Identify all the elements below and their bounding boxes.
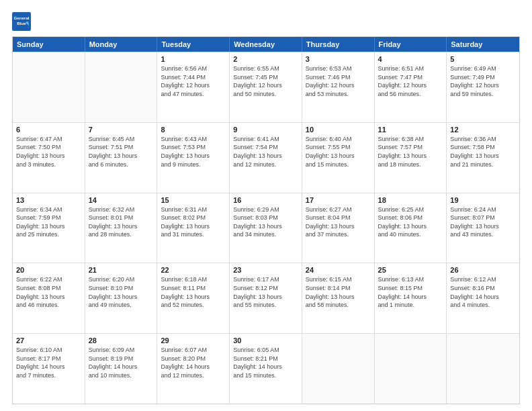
day-number: 14 [89, 196, 154, 204]
cell-text: Sunrise: 6:07 AM Sunset: 8:20 PM Dayligh… [161, 346, 226, 379]
calendar-cell-2-5: 18Sunrise: 6:25 AM Sunset: 8:06 PM Dayli… [375, 193, 447, 263]
day-number: 3 [306, 55, 371, 63]
header-day-thursday: Thursday [302, 37, 375, 52]
calendar-cell-4-3: 30Sunrise: 6:05 AM Sunset: 8:21 PM Dayli… [230, 334, 302, 404]
cell-text: Sunrise: 6:17 AM Sunset: 8:12 PM Dayligh… [233, 275, 298, 309]
cell-text: Sunrise: 6:05 AM Sunset: 8:21 PM Dayligh… [233, 346, 298, 379]
calendar-cell-3-0: 20Sunrise: 6:22 AM Sunset: 8:08 PM Dayli… [13, 263, 85, 333]
calendar-cell-2-4: 17Sunrise: 6:27 AM Sunset: 8:04 PM Dayli… [302, 193, 375, 263]
calendar-cell-3-3: 23Sunrise: 6:17 AM Sunset: 8:12 PM Dayli… [230, 263, 302, 333]
cell-text: Sunrise: 6:55 AM Sunset: 7:45 PM Dayligh… [233, 64, 298, 98]
calendar-cell-0-3: 2Sunrise: 6:55 AM Sunset: 7:45 PM Daylig… [230, 52, 302, 122]
cell-text: Sunrise: 6:56 AM Sunset: 7:44 PM Dayligh… [161, 64, 226, 98]
cell-text: Sunrise: 6:12 AM Sunset: 8:16 PM Dayligh… [450, 275, 516, 309]
cell-text: Sunrise: 6:22 AM Sunset: 8:08 PM Dayligh… [16, 275, 81, 309]
calendar-cell-1-6: 12Sunrise: 6:36 AM Sunset: 7:58 PM Dayli… [447, 123, 519, 193]
day-number: 27 [16, 336, 81, 345]
calendar-cell-0-6: 5Sunrise: 6:49 AM Sunset: 7:49 PM Daylig… [447, 52, 519, 122]
header-day-tuesday: Tuesday [157, 37, 230, 52]
cell-text: Sunrise: 6:45 AM Sunset: 7:51 PM Dayligh… [89, 135, 154, 169]
calendar-row-3: 20Sunrise: 6:22 AM Sunset: 8:08 PM Dayli… [13, 263, 519, 333]
day-number: 6 [16, 126, 81, 134]
cell-text: Sunrise: 6:53 AM Sunset: 7:46 PM Dayligh… [306, 64, 371, 98]
logo-icon: General Blue [12, 12, 31, 31]
day-number: 10 [306, 126, 371, 134]
calendar-cell-1-2: 8Sunrise: 6:43 AM Sunset: 7:53 PM Daylig… [157, 123, 230, 193]
calendar-cell-3-6: 26Sunrise: 6:12 AM Sunset: 8:16 PM Dayli… [447, 263, 519, 333]
day-number: 24 [306, 266, 371, 274]
calendar-cell-2-6: 19Sunrise: 6:24 AM Sunset: 8:07 PM Dayli… [447, 193, 519, 263]
day-number: 22 [161, 266, 226, 274]
calendar-cell-1-1: 7Sunrise: 6:45 AM Sunset: 7:51 PM Daylig… [85, 123, 158, 193]
calendar-cell-4-2: 29Sunrise: 6:07 AM Sunset: 8:20 PM Dayli… [157, 334, 230, 404]
header-day-sunday: Sunday [13, 37, 85, 52]
calendar-cell-1-5: 11Sunrise: 6:38 AM Sunset: 7:57 PM Dayli… [375, 123, 447, 193]
calendar-row-4: 27Sunrise: 6:10 AM Sunset: 8:17 PM Dayli… [13, 333, 519, 404]
calendar-cell-4-5 [375, 334, 447, 404]
day-number: 26 [450, 266, 516, 274]
day-number: 20 [16, 266, 81, 274]
day-number: 16 [233, 196, 298, 204]
calendar-cell-3-5: 25Sunrise: 6:13 AM Sunset: 8:15 PM Dayli… [375, 263, 447, 333]
calendar-cell-3-2: 22Sunrise: 6:18 AM Sunset: 8:11 PM Dayli… [157, 263, 230, 333]
cell-text: Sunrise: 6:29 AM Sunset: 8:03 PM Dayligh… [233, 205, 298, 239]
day-number: 7 [89, 126, 154, 134]
calendar: SundayMondayTuesdayWednesdayThursdayFrid… [12, 36, 520, 404]
cell-text: Sunrise: 6:15 AM Sunset: 8:14 PM Dayligh… [306, 275, 371, 309]
calendar-cell-3-1: 21Sunrise: 6:20 AM Sunset: 8:10 PM Dayli… [85, 263, 158, 333]
cell-text: Sunrise: 6:43 AM Sunset: 7:53 PM Dayligh… [161, 135, 226, 169]
cell-text: Sunrise: 6:31 AM Sunset: 8:02 PM Dayligh… [161, 205, 226, 239]
day-number: 5 [450, 55, 516, 63]
calendar-row-1: 6Sunrise: 6:47 AM Sunset: 7:50 PM Daylig… [13, 122, 519, 193]
calendar-header: SundayMondayTuesdayWednesdayThursdayFrid… [13, 37, 519, 52]
calendar-cell-1-4: 10Sunrise: 6:40 AM Sunset: 7:55 PM Dayli… [302, 123, 375, 193]
day-number: 25 [378, 266, 443, 274]
header-day-monday: Monday [85, 37, 158, 52]
calendar-cell-2-3: 16Sunrise: 6:29 AM Sunset: 8:03 PM Dayli… [230, 193, 302, 263]
logo: General Blue [12, 12, 34, 31]
calendar-cell-2-2: 15Sunrise: 6:31 AM Sunset: 8:02 PM Dayli… [157, 193, 230, 263]
cell-text: Sunrise: 6:51 AM Sunset: 7:47 PM Dayligh… [378, 64, 443, 98]
cell-text: Sunrise: 6:18 AM Sunset: 8:11 PM Dayligh… [161, 275, 226, 309]
cell-text: Sunrise: 6:09 AM Sunset: 8:19 PM Dayligh… [89, 346, 154, 379]
svg-text:General: General [13, 15, 29, 20]
cell-text: Sunrise: 6:41 AM Sunset: 7:54 PM Dayligh… [233, 135, 298, 169]
day-number: 8 [161, 126, 226, 134]
cell-text: Sunrise: 6:32 AM Sunset: 8:01 PM Dayligh… [89, 205, 154, 239]
calendar-row-0: 1Sunrise: 6:56 AM Sunset: 7:44 PM Daylig… [13, 52, 519, 122]
calendar-cell-1-0: 6Sunrise: 6:47 AM Sunset: 7:50 PM Daylig… [13, 123, 85, 193]
cell-text: Sunrise: 6:20 AM Sunset: 8:10 PM Dayligh… [89, 275, 154, 309]
cell-text: Sunrise: 6:24 AM Sunset: 8:07 PM Dayligh… [450, 205, 516, 239]
day-number: 12 [450, 126, 516, 134]
calendar-cell-0-1 [85, 52, 158, 122]
calendar-cell-0-2: 1Sunrise: 6:56 AM Sunset: 7:44 PM Daylig… [157, 52, 230, 122]
header-day-wednesday: Wednesday [230, 37, 302, 52]
calendar-cell-4-1: 28Sunrise: 6:09 AM Sunset: 8:19 PM Dayli… [85, 334, 158, 404]
calendar-cell-4-4 [302, 334, 375, 404]
cell-text: Sunrise: 6:27 AM Sunset: 8:04 PM Dayligh… [306, 205, 371, 239]
cell-text: Sunrise: 6:47 AM Sunset: 7:50 PM Dayligh… [16, 135, 81, 169]
calendar-cell-0-5: 4Sunrise: 6:51 AM Sunset: 7:47 PM Daylig… [375, 52, 447, 122]
day-number: 19 [450, 196, 516, 204]
day-number: 13 [16, 196, 81, 204]
day-number: 28 [89, 336, 154, 345]
day-number: 30 [233, 336, 298, 345]
calendar-cell-1-3: 9Sunrise: 6:41 AM Sunset: 7:54 PM Daylig… [230, 123, 302, 193]
cell-text: Sunrise: 6:36 AM Sunset: 7:58 PM Dayligh… [450, 135, 516, 169]
cell-text: Sunrise: 6:25 AM Sunset: 8:06 PM Dayligh… [378, 205, 443, 239]
day-number: 2 [233, 55, 298, 63]
calendar-cell-0-0 [13, 52, 85, 122]
calendar-cell-2-1: 14Sunrise: 6:32 AM Sunset: 8:01 PM Dayli… [85, 193, 158, 263]
cell-text: Sunrise: 6:13 AM Sunset: 8:15 PM Dayligh… [378, 275, 443, 309]
header-day-saturday: Saturday [447, 37, 519, 52]
cell-text: Sunrise: 6:38 AM Sunset: 7:57 PM Dayligh… [378, 135, 443, 169]
cell-text: Sunrise: 6:40 AM Sunset: 7:55 PM Dayligh… [306, 135, 371, 169]
calendar-cell-4-0: 27Sunrise: 6:10 AM Sunset: 8:17 PM Dayli… [13, 334, 85, 404]
calendar-body: 1Sunrise: 6:56 AM Sunset: 7:44 PM Daylig… [13, 52, 519, 404]
header-day-friday: Friday [375, 37, 447, 52]
header: General Blue [12, 12, 520, 31]
day-number: 11 [378, 126, 443, 134]
day-number: 1 [161, 55, 226, 63]
day-number: 23 [233, 266, 298, 274]
page: General Blue SundayMondayTuesdayWednesda… [0, 0, 532, 411]
